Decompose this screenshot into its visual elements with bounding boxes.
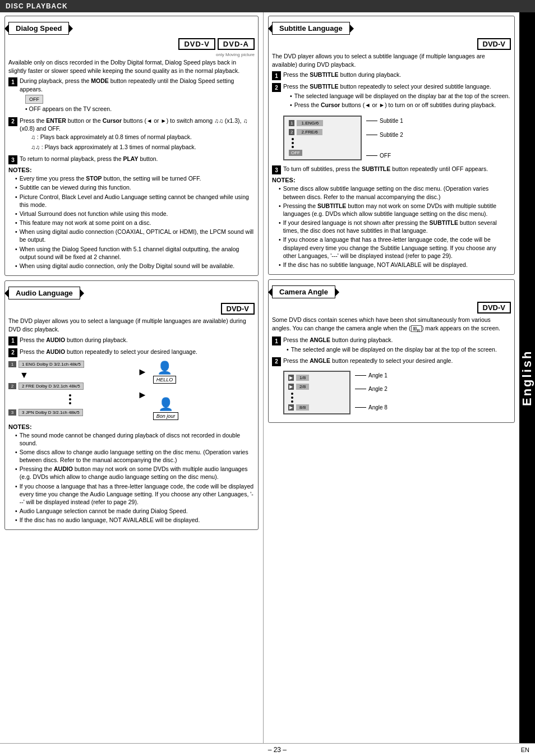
- audio-dvd-badges: DVD-V: [8, 303, 255, 315]
- angle-label-8: Angle 8: [355, 404, 388, 411]
- note-8: •When using digital audio connection, on…: [15, 262, 255, 270]
- subtitle-language-section: Subtitle Language DVD-V The DVD player a…: [268, 16, 515, 275]
- dvd-a-badge: DVD-A: [218, 38, 255, 50]
- hello-bubble: HELLO: [153, 376, 177, 384]
- subtitle-label-text-off: OFF: [380, 153, 391, 159]
- camera-angle-title: Camera Angle: [272, 285, 335, 298]
- audio-notes-header: NOTES:: [8, 423, 255, 430]
- audio-item-1: 1 1 ENG Dolby D 3/2.1ch 48k/5: [8, 361, 132, 368]
- dialog-speed-badges: DVD-V DVD-A: [8, 38, 255, 50]
- audio-text-3: 3 JPN Dolby D 3/2.1ch 48k/5: [19, 409, 83, 416]
- audio-step1: 1 Press the AUDIO button during playback…: [8, 336, 255, 345]
- angle-item-8: ▶ 8/8: [288, 404, 345, 411]
- subtitle-step2-num: 2: [272, 83, 281, 92]
- angle-labels: Angle 1 Angle 2 Angle 8: [355, 371, 388, 411]
- audio-step1-text: Press the AUDIO button during playback.: [20, 336, 128, 344]
- bonjour-bubble: Bon jour: [153, 412, 179, 420]
- audio-item-2: 2 2 FRE Dolby D 3/2.1ch 48k/5: [8, 382, 132, 390]
- sub-badge-2: 2: [289, 129, 294, 135]
- audio-list-left: 1 1 ENG Dolby D 3/2.1ch 48k/5 ▼ 2 2 FRE …: [8, 361, 132, 416]
- angle-text-8: 8/8: [296, 404, 309, 411]
- header-title: DISC PLAYBACK: [6, 2, 68, 10]
- note-5: •This feature may not work at some point…: [15, 219, 255, 227]
- audio-arrows-mid: ► ►: [137, 361, 147, 401]
- sub-bullet-2: •Press the Cursor buttons (◄ or ►) to tu…: [290, 101, 510, 109]
- subtitle-dvd-badges: DVD-V: [272, 38, 511, 50]
- audio-dvd-v-badge: DVD-V: [221, 303, 255, 315]
- subtitle-label-1: Subtitle 1: [366, 118, 403, 124]
- angle-badge-8: ▶: [288, 404, 294, 411]
- angle-text-2: 2/8: [296, 384, 309, 390]
- subtitle-step1-text: Press the SUBTITLE button during playbac…: [283, 71, 401, 79]
- step3-text: To return to normal playback, press the …: [20, 155, 158, 163]
- subtitle-notes-header: NOTES:: [272, 177, 511, 183]
- subtitle-step3: 3 To turn off subtitles, press the SUBTI…: [272, 165, 511, 174]
- angle-label-text-8: Angle 8: [368, 404, 388, 411]
- angle-dots: [291, 393, 345, 403]
- audio-note-5: •Audio Language selection cannot be made…: [15, 507, 255, 515]
- note-1: •Every time you press the STOP button, t…: [15, 174, 255, 182]
- audio-step2: 2 Press the AUDIO button repeatedly to s…: [8, 348, 255, 357]
- disc-playback-header: DISC PLAYBACK: [0, 0, 535, 12]
- subtitle-step2-bullets: •The selected language will be displayed…: [290, 92, 510, 109]
- angle-line-8: [355, 407, 366, 408]
- music2: ♫♫ : Plays back approximately at 1.3 tim…: [31, 143, 255, 151]
- camera-dvd-v-badge: DVD-V: [477, 302, 511, 314]
- subtitle-labels: Subtitle 1 Subtitle 2 OFF: [366, 116, 403, 159]
- person-english: 👤 HELLO: [153, 361, 177, 384]
- angle-label-1: Angle 1: [355, 372, 388, 379]
- angle-line-2: [355, 389, 366, 389]
- note-2: •Subtitle can be viewed during this func…: [15, 183, 255, 191]
- sub-note-2: •Pressing the SUBTITLE button may not wo…: [279, 202, 511, 218]
- line-1: [366, 121, 377, 121]
- audio-step2-num: 2: [8, 348, 17, 357]
- audio-note-3: •Pressing the AUDIO button may not work …: [15, 465, 255, 481]
- dvd-v-badge: DVD-V: [178, 38, 215, 50]
- person-icon-1: 👤: [157, 361, 172, 375]
- audio-note-4: •If you choose a language that has a thr…: [15, 482, 255, 506]
- camera-step2-text: Press the ANGLE button repeatedly to sel…: [283, 357, 453, 365]
- sub-dots: [292, 138, 356, 148]
- angle-item-2: ▶ 2/8: [288, 384, 345, 390]
- subtitle-intro: The DVD player allows you to select a su…: [272, 52, 511, 68]
- step2-num: 2: [8, 117, 17, 126]
- dialog-step3: 3 To return to normal playback, press th…: [8, 155, 255, 164]
- step1-bullet: • OFF appears on the TV screen.: [25, 105, 255, 113]
- angle-line-1: [355, 375, 366, 376]
- angle-diagram-area: ▶ 1/8 ▶ 2/8 ▶ 8/8: [283, 371, 511, 414]
- subtitle-step3-num: 3: [272, 165, 281, 174]
- angle-badge-2: ▶: [288, 384, 294, 390]
- angle-item-1: ▶ 1/8: [288, 375, 345, 381]
- audio-note-2: •Some discs allow to change audio langua…: [15, 448, 255, 464]
- camera-angle-header: Camera Angle: [272, 285, 511, 298]
- note-4: •Virtual Surround does not function whil…: [15, 210, 255, 218]
- angle-label-2: Angle 2: [355, 386, 388, 392]
- person-french: 👤 Bon jour: [153, 397, 179, 420]
- line-off: [366, 155, 377, 156]
- audio-badge-2: 2: [8, 383, 16, 389]
- dialog-step2: 2 Press the ENTER button or the Cursor b…: [8, 117, 255, 153]
- right-arrow-1: ►: [137, 366, 147, 378]
- audio-badge-3: 3: [8, 409, 16, 416]
- camera-intro: Some DVD discs contain scenes which have…: [272, 316, 511, 334]
- person-icon-2: 👤: [158, 397, 173, 412]
- sub-note-1: •Some discs allow subtitle language sett…: [279, 185, 511, 200]
- audio-text-2: 2 FRE Dolby D 3/2.1ch 48k/5: [19, 382, 84, 390]
- page-container: DISC PLAYBACK Dialog Speed DVD-V DVD-A o…: [0, 0, 535, 756]
- note-7: •When using the Dialog Speed function wi…: [15, 245, 255, 261]
- audio-arrow-1: ▼: [20, 370, 132, 380]
- dialog-step1: 1 During playback, press the MODE button…: [8, 77, 255, 114]
- dialog-speed-title: Dialog Speed: [8, 22, 69, 35]
- subtitle-label-2: Subtitle 2: [366, 132, 403, 138]
- only-moving-text: only Moving picture: [8, 52, 255, 57]
- right-arrow-2: ►: [137, 389, 147, 401]
- audio-language-title: Audio Language: [8, 287, 80, 299]
- sub-badge-1: 1: [289, 120, 294, 126]
- step1-num: 1: [8, 77, 17, 86]
- sub-item-1: 1 1.ENG/6: [289, 120, 356, 126]
- step2-text: Press the ENTER button or the Cursor but…: [20, 117, 255, 153]
- audio-language-section: Audio Language DVD-V The DVD player allo…: [4, 280, 259, 530]
- audio-persons: 👤 HELLO 👤 Bon jour: [153, 361, 179, 420]
- audio-language-header: Audio Language: [8, 287, 255, 299]
- line-2: [366, 135, 377, 135]
